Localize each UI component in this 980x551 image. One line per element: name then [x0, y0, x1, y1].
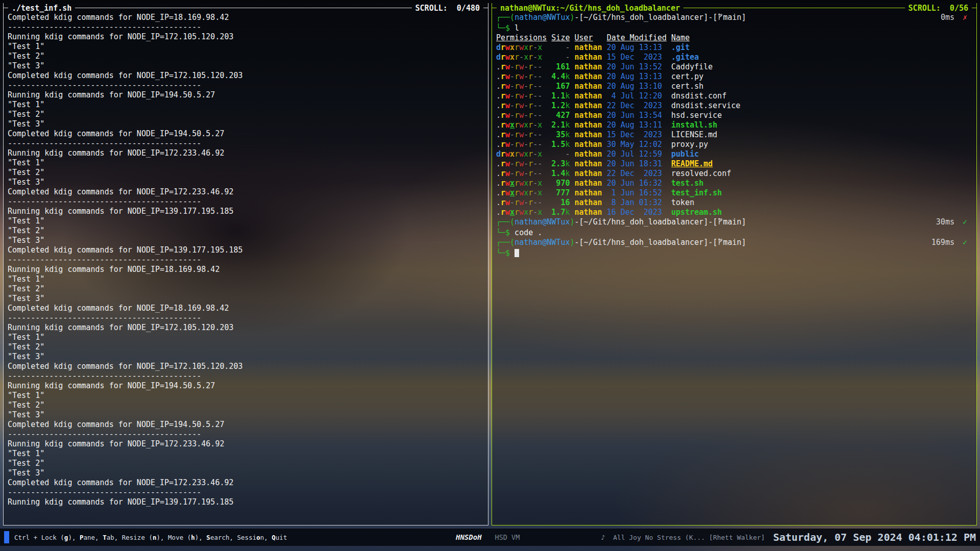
terminal-output-line: "Test 1" — [8, 42, 484, 52]
file-date-modified: 22 Dec 2023 — [607, 101, 667, 111]
typed-command: l — [510, 23, 519, 33]
terminal-output-line: ----------------------------------------… — [8, 313, 484, 323]
prompt-path: ~/Git/hns_doh_loadbalancer — [584, 217, 704, 227]
file-date-modified: 20 Aug 13:10 — [607, 82, 667, 91]
command-line: └─$ — [496, 248, 972, 258]
file-row: .rw-rw-r--161nathan20 Jun 13:52Caddyfile — [496, 62, 972, 72]
keybinding-hints[interactable]: Ctrl + Lock (g), Pane, Tab, Resize (n), … — [14, 534, 287, 541]
file-owner: nathan — [574, 72, 602, 82]
file-size: - — [551, 53, 570, 62]
tab-bar: HNSDoH HSD VM — [456, 533, 520, 541]
file-name: README.md — [671, 159, 713, 168]
terminal-output-line: Completed kdig commands for NODE_IP=172.… — [8, 362, 484, 371]
pane-titlebar: ./test_inf.sh SCROLL: 0/480 — [4, 3, 488, 13]
border-line — [683, 8, 904, 8]
terminal-output-line: ----------------------------------------… — [8, 81, 484, 90]
terminal-output-line: "Test 1" — [8, 274, 484, 284]
file-size: 1.1k — [551, 91, 570, 101]
file-permissions: drwxr-xr-x — [496, 53, 542, 62]
status-bar: Ctrl + Lock (g), Pane, Tab, Resize (n), … — [0, 529, 980, 546]
command-duration: 0ms — [941, 13, 954, 22]
terminal-output-line: Running kdig commands for NODE_IP=18.169… — [8, 265, 484, 274]
border-segment — [492, 8, 497, 8]
file-row: .rw-rw-r--1.5knathan30 May 12:02proxy.py — [496, 140, 972, 149]
status-bar-right: ♪ All Joy No Stress (K... [Rhett Walker]… — [601, 531, 976, 543]
file-name: proxy.py — [671, 140, 708, 149]
prompt-path: ~/Git/hns_doh_loadbalancer — [584, 13, 704, 22]
column-header: User — [574, 33, 602, 43]
file-row: .rw-rw-r--16nathan 8 Jan 01:32token — [496, 198, 972, 208]
file-row: .rwxrwxr-x2.1knathan20 Aug 13:11install.… — [496, 120, 972, 130]
success-check-icon: ✓ — [963, 217, 967, 227]
file-owner: nathan — [574, 179, 602, 188]
file-permissions: .rw-rw-r-- — [496, 140, 542, 149]
terminal-output-line: ----------------------------------------… — [8, 430, 484, 439]
hint-hotkey: S — [206, 534, 210, 541]
tab-hnsdoh[interactable]: HNSDoH — [456, 533, 482, 541]
file-name: dnsdist.conf — [671, 91, 726, 101]
file-row: .rwxrwxr-x970nathan20 Jun 16:32test.sh — [496, 179, 972, 188]
file-date-modified: 15 Dec 2023 — [607, 130, 667, 140]
command-meta: 0ms✗ — [941, 13, 967, 22]
terminal-output-line: "Test 2" — [8, 110, 484, 119]
file-owner: nathan — [574, 159, 602, 169]
file-owner: nathan — [574, 101, 602, 111]
terminal-output-line: Running kdig commands for NODE_IP=139.17… — [8, 497, 484, 507]
file-permissions: .rwxrwxr-x — [496, 208, 542, 217]
script-output: Completed kdig commands for NODE_IP=18.1… — [4, 13, 488, 525]
file-size: 1.7k — [551, 208, 570, 217]
now-playing-widget[interactable]: ♪ All Joy No Stress (K... [Rhett Walker] — [601, 534, 765, 541]
file-size: 1.2k — [551, 101, 570, 111]
terminal-output-line: Running kdig commands for NODE_IP=172.10… — [8, 32, 484, 42]
hint-hotkey: g — [64, 534, 68, 541]
terminal-output-line: "Test 1" — [8, 158, 484, 168]
file-name: install.sh — [671, 120, 717, 130]
file-size: 16 — [551, 198, 570, 208]
terminal-panes: ./test_inf.sh SCROLL: 0/480 Completed kd… — [0, 0, 980, 525]
terminal-output-line: Running kdig commands for NODE_IP=172.23… — [8, 148, 484, 158]
file-permissions: .rw-rw-r-- — [496, 101, 542, 110]
pane-title: ./test_inf.sh — [8, 4, 75, 13]
file-permissions: drwxrwxr-x — [496, 43, 542, 52]
terminal-output-line: "Test 2" — [8, 284, 484, 294]
column-header: Date Modified — [607, 33, 667, 43]
file-date-modified: 20 Jun 16:32 — [607, 179, 667, 188]
git-branch-name: main — [723, 13, 742, 22]
column-header: Size — [551, 33, 570, 43]
file-date-modified: 4 Jul 12:20 — [607, 91, 667, 101]
command-duration: 30ms — [936, 217, 954, 227]
tab-hsd-vm[interactable]: HSD VM — [495, 533, 520, 541]
file-date-modified: 22 Dec 2023 — [607, 169, 667, 179]
file-name: LICENSE.md — [671, 130, 717, 139]
git-branch-name: main — [723, 217, 742, 227]
file-date-modified: 16 Dec 2023 — [607, 208, 667, 217]
hint-hotkey: n — [153, 534, 157, 541]
file-owner: nathan — [574, 111, 602, 120]
terminal-output-line: "Test 3" — [8, 236, 484, 245]
file-row: .rw-rw-r--1.1knathan 4 Jul 12:20dnsdist.… — [496, 91, 972, 101]
pane-shell[interactable]: nathan@NWTux:~/Git/hns_doh_loadbalancer … — [492, 3, 977, 525]
pane-test-inf-script[interactable]: ./test_inf.sh SCROLL: 0/480 Completed kd… — [3, 3, 488, 525]
file-size: 2.3k — [551, 159, 570, 169]
file-permissions: .rw-rw-r-- — [496, 169, 542, 178]
file-size: - — [551, 149, 570, 159]
listing-header-row: PermissionsSizeUserDate ModifiedName — [496, 33, 972, 43]
git-branch-name: main — [723, 238, 742, 247]
command-line: └─$ l — [496, 23, 972, 33]
terminal-output-line: "Test 2" — [8, 342, 484, 352]
file-date-modified: 1 Jun 16:52 — [607, 188, 667, 198]
file-owner: nathan — [574, 91, 602, 101]
terminal-output-line: "Test 3" — [8, 468, 484, 478]
file-permissions: .rw-rw-r-- — [496, 72, 542, 81]
file-name: test.sh — [671, 179, 703, 188]
terminal-output-line: "Test 3" — [8, 294, 484, 304]
file-size: - — [551, 43, 570, 53]
file-date-modified: 20 Jun 18:31 — [607, 159, 667, 169]
file-permissions: drwxrwxr-x — [496, 149, 542, 159]
file-owner: nathan — [574, 53, 602, 62]
terminal-output-line: ----------------------------------------… — [8, 488, 484, 497]
file-row: drwxr-xr-x-nathan15 Dec 2023.gitea — [496, 53, 972, 62]
git-branch-icon — [718, 238, 723, 248]
file-row: .rwxrwxr-x777nathan 1 Jun 16:52test_inf.… — [496, 188, 972, 198]
terminal-output-line: Completed kdig commands for NODE_IP=139.… — [8, 245, 484, 255]
